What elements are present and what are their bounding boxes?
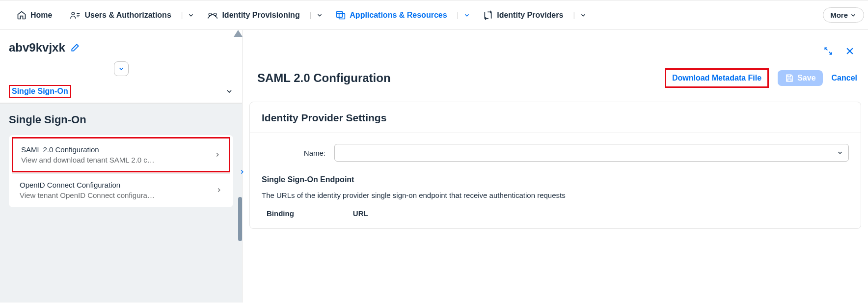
name-select-input[interactable]	[334, 144, 849, 162]
download-metadata-link[interactable]: Download Metadata File	[665, 68, 769, 88]
collapse-header-button[interactable]	[114, 61, 129, 76]
scrollbar-thumb[interactable]	[238, 197, 242, 241]
fullscreen-button[interactable]	[821, 44, 836, 58]
save-button-label: Save	[797, 74, 815, 83]
list-item-title: SAML 2.0 Configuration	[21, 145, 214, 154]
list-item-saml-config[interactable]: SAML 2.0 Configuration View and download…	[13, 138, 229, 171]
idp-settings-panel: Identity Provider Settings Name: Single …	[249, 102, 861, 229]
chevron-right-icon	[216, 187, 222, 193]
nav-idps-dropdown[interactable]	[578, 10, 589, 21]
svg-point-0	[72, 12, 75, 14]
svg-point-1	[209, 13, 212, 15]
nav-idps-label: Identity Providers	[497, 11, 563, 20]
section-heading: Single Sign-On	[9, 113, 233, 126]
sso-endpoint-heading: Single Sign-On Endpoint	[262, 175, 849, 184]
tenant-name: abv9kvjxk	[9, 41, 65, 55]
users-icon	[70, 10, 81, 20]
nav-more-button[interactable]: More	[823, 7, 864, 23]
nav-users-dropdown[interactable]	[186, 10, 196, 21]
list-item-title: OpenID Connect Configuration	[20, 181, 216, 189]
provisioning-icon	[207, 10, 218, 20]
nav-idp-prov-dropdown[interactable]	[314, 10, 325, 21]
sso-endpoint-description: The URLs of the identity provider single…	[262, 191, 849, 199]
save-icon	[785, 73, 794, 83]
close-button[interactable]	[842, 44, 857, 58]
nav-more-label: More	[830, 11, 848, 19]
endpoint-table-headers: Binding URL	[262, 209, 849, 218]
top-nav: Home Users & Authorizations | Identity P…	[0, 0, 868, 30]
nav-applications[interactable]: Applications & Resources	[329, 6, 454, 24]
section-tab-sso[interactable]: Single Sign-On	[9, 85, 71, 98]
col-binding: Binding	[267, 209, 294, 218]
home-icon	[17, 10, 27, 20]
col-url: URL	[353, 209, 368, 218]
idp-settings-title: Identity Provider Settings	[250, 102, 861, 133]
detail-title: SAML 2.0 Configuration	[257, 71, 656, 85]
section-tab-dropdown[interactable]	[225, 87, 233, 95]
nav-identity-provisioning[interactable]: Identity Provisioning	[200, 6, 306, 24]
list-item-oidc-config[interactable]: OpenID Connect Configuration View tenant…	[12, 173, 230, 206]
chevron-right-icon	[214, 151, 221, 158]
right-pane: SAML 2.0 Configuration Download Metadata…	[243, 30, 868, 303]
nav-home-label: Home	[30, 11, 52, 20]
list-item-subtitle: View and download tenant SAML 2.0 c…	[21, 156, 214, 164]
nav-users-label: Users & Authorizations	[84, 11, 171, 20]
left-pane: abv9kvjxk Single Sign-On Single Sign-On	[0, 30, 243, 303]
idp-sync-icon	[483, 10, 493, 20]
nav-home[interactable]: Home	[10, 6, 59, 24]
svg-point-2	[214, 13, 217, 15]
applications-icon	[336, 10, 346, 20]
edit-tenant-button[interactable]	[70, 43, 80, 53]
save-button[interactable]: Save	[778, 70, 822, 86]
nav-users[interactable]: Users & Authorizations	[63, 6, 178, 24]
name-field-label: Name:	[262, 149, 326, 157]
scroll-up-triangle-icon[interactable]	[234, 30, 243, 37]
list-item-subtitle: View tenant OpenID Connect configura…	[20, 191, 216, 199]
splitter-handle[interactable]	[238, 166, 246, 177]
nav-idp-prov-label: Identity Provisioning	[222, 11, 299, 20]
nav-apps-dropdown[interactable]	[461, 10, 472, 21]
nav-identity-providers[interactable]: Identity Providers	[476, 6, 570, 24]
cancel-button[interactable]: Cancel	[832, 74, 857, 83]
nav-apps-label: Applications & Resources	[350, 11, 447, 20]
